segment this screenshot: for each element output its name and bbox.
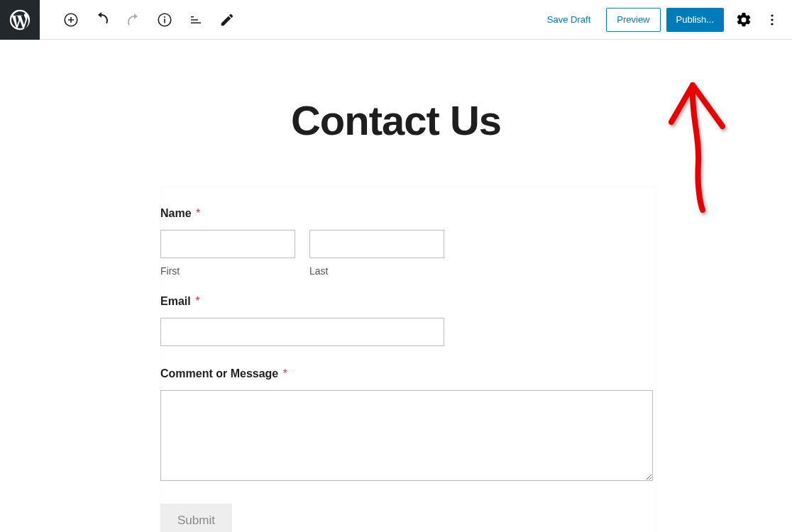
svg-point-3 [771, 18, 773, 21]
gear-icon [735, 11, 752, 28]
undo-button[interactable] [88, 6, 116, 34]
email-label: Email [160, 295, 191, 307]
outline-button[interactable] [182, 6, 210, 34]
message-field-group: Comment or Message * [160, 367, 650, 481]
contact-form-block[interactable]: Name * First Last Email [160, 187, 656, 532]
last-name-input[interactable] [309, 230, 444, 258]
redo-button[interactable] [119, 6, 148, 34]
svg-point-4 [771, 23, 773, 25]
first-name-sublabel: First [160, 265, 295, 277]
first-name-input[interactable] [160, 230, 295, 258]
preview-button[interactable]: Preview [606, 8, 660, 32]
email-required-mark: * [195, 295, 199, 307]
page-title[interactable]: Contact Us [0, 96, 792, 144]
svg-rect-1 [164, 18, 165, 23]
svg-point-2 [771, 14, 773, 16]
name-required-mark: * [196, 207, 200, 219]
top-toolbar: Save Draft Preview Publish... [0, 0, 792, 40]
email-input[interactable] [160, 318, 444, 346]
message-textarea[interactable] [160, 390, 653, 481]
publish-button[interactable]: Publish... [666, 8, 724, 32]
pencil-icon [219, 12, 235, 28]
list-icon [187, 11, 204, 28]
email-field-group: Email * [160, 295, 650, 346]
info-icon [156, 11, 173, 28]
info-button[interactable] [150, 6, 179, 34]
svg-point-0 [164, 16, 165, 17]
last-name-sublabel: Last [309, 265, 444, 277]
more-options-button[interactable] [758, 6, 786, 34]
plus-circle-icon [62, 11, 79, 28]
wordpress-icon [8, 8, 32, 32]
form-inner: Name * First Last Email [160, 207, 650, 532]
name-label: Name [160, 207, 192, 219]
message-required-mark: * [283, 367, 287, 379]
kebab-icon [764, 11, 781, 28]
name-field-group: Name * First Last [160, 207, 650, 277]
save-draft-button[interactable]: Save Draft [537, 7, 600, 33]
settings-button[interactable] [730, 6, 758, 34]
toolbar-left [0, 0, 243, 39]
add-block-button[interactable] [57, 6, 85, 34]
message-label: Comment or Message [160, 367, 278, 379]
undo-icon [94, 11, 111, 28]
wordpress-logo[interactable] [0, 0, 40, 40]
edit-mode-button[interactable] [213, 6, 241, 34]
toolbar-right: Save Draft Preview Publish... [537, 6, 792, 34]
submit-button[interactable]: Submit [160, 504, 232, 532]
editor-canvas: Contact Us Name * First Last [0, 40, 792, 532]
redo-icon [125, 11, 142, 28]
editor-window: Save Draft Preview Publish... Contact Us… [0, 0, 792, 532]
